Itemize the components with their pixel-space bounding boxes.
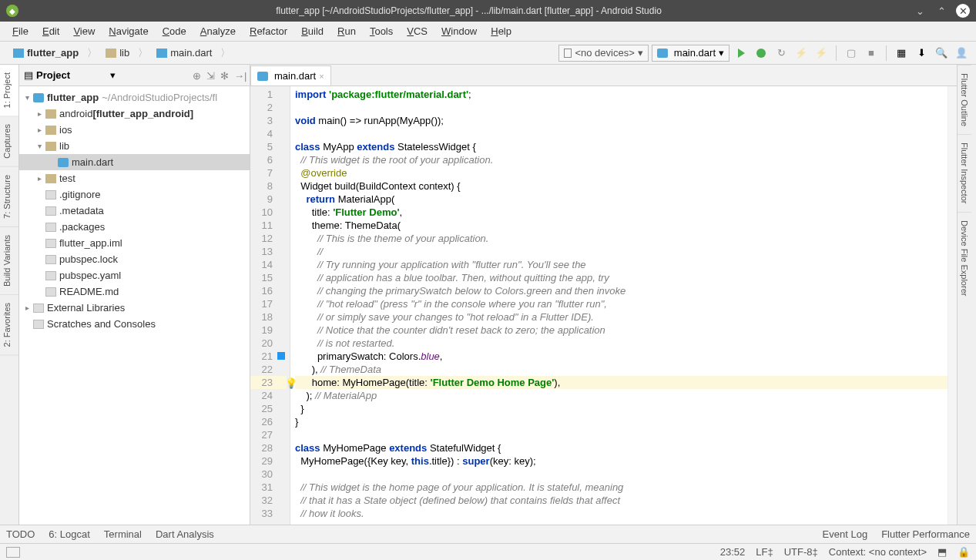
menu-vcs[interactable]: VCS bbox=[401, 24, 434, 39]
minimize-button[interactable]: ⌄ bbox=[913, 4, 927, 18]
menu-edit[interactable]: Edit bbox=[36, 24, 65, 39]
line-number[interactable]: 29 bbox=[250, 454, 287, 468]
code-line[interactable]: title: 'Flutter Demo', bbox=[295, 206, 947, 219]
left-rail-captures[interactable]: Captures bbox=[0, 116, 18, 167]
bottom-tool----logcat[interactable]: 6: Logcat bbox=[49, 528, 90, 540]
code-line[interactable]: Widget build(BuildContext context) { bbox=[295, 179, 947, 193]
line-number[interactable]: 12 bbox=[250, 232, 287, 245]
encoding[interactable]: UTF-8‡ bbox=[784, 546, 818, 558]
menu-window[interactable]: Window bbox=[435, 24, 483, 39]
bottom-tool-todo[interactable]: TODO bbox=[6, 528, 35, 540]
close-icon[interactable]: × bbox=[319, 72, 324, 81]
tree-row[interactable]: ▸ios bbox=[19, 122, 250, 138]
locate-icon[interactable]: ⊕ bbox=[193, 70, 203, 81]
code-line[interactable]: class MyHomePage extends StatefulWidget … bbox=[295, 441, 947, 454]
code-line[interactable]: // is not restarted. bbox=[295, 337, 947, 350]
line-number[interactable]: 23 💡 bbox=[250, 376, 287, 389]
menu-navigate[interactable]: Navigate bbox=[102, 24, 154, 39]
tree-row[interactable]: README.md bbox=[19, 283, 250, 300]
line-number[interactable]: 24 bbox=[250, 389, 287, 402]
code-line[interactable]: // that it has a State object (defined b… bbox=[295, 494, 947, 507]
line-number[interactable]: 6 bbox=[250, 153, 287, 166]
code-line[interactable]: // Try running your application with "fl… bbox=[295, 258, 947, 271]
line-number[interactable]: 19 bbox=[250, 324, 287, 337]
code-line[interactable]: class MyApp extends StatelessWidget { bbox=[295, 140, 947, 153]
code-line[interactable]: @override bbox=[295, 166, 947, 179]
gear-icon[interactable]: ✻ bbox=[220, 70, 231, 81]
line-number[interactable]: 2 bbox=[250, 101, 287, 114]
line-number[interactable]: 15 bbox=[250, 271, 287, 284]
bottom-tool-terminal[interactable]: Terminal bbox=[104, 528, 142, 540]
code-line[interactable]: theme: ThemeData( bbox=[295, 219, 947, 232]
lock-icon[interactable]: 🔒 bbox=[958, 546, 970, 558]
menu-analyze[interactable]: Analyze bbox=[194, 24, 242, 39]
menu-run[interactable]: Run bbox=[331, 24, 362, 39]
line-number[interactable]: 1 bbox=[250, 88, 287, 101]
line-number[interactable]: 20 bbox=[250, 337, 287, 350]
menu-file[interactable]: File bbox=[6, 24, 35, 39]
tree-row[interactable]: main.dart bbox=[19, 154, 250, 170]
line-number[interactable]: 8 bbox=[250, 179, 287, 193]
code-line[interactable] bbox=[295, 468, 947, 481]
device-dropdown[interactable]: <no devices> ▾ bbox=[558, 45, 648, 62]
caret-position[interactable]: 23:52 bbox=[720, 546, 746, 558]
code-line[interactable]: // "hot reload" (press "r" in the consol… bbox=[295, 297, 947, 310]
right-rail-flutter-outline[interactable]: Flutter Outline bbox=[958, 65, 971, 134]
tree-row[interactable]: ▾flutter_app~/AndroidStudioProjects/fl bbox=[19, 89, 250, 106]
line-number[interactable]: 21 bbox=[250, 350, 287, 363]
line-number[interactable]: 13 bbox=[250, 245, 287, 258]
code-line[interactable]: // bbox=[295, 245, 947, 258]
line-number[interactable]: 27 bbox=[250, 428, 287, 441]
menu-code[interactable]: Code bbox=[156, 24, 193, 39]
left-rail----favorites[interactable]: 2: Favorites bbox=[0, 295, 18, 355]
line-number[interactable]: 9 bbox=[250, 193, 287, 206]
maximize-button[interactable]: ⌃ bbox=[934, 4, 948, 18]
line-number[interactable]: 5 bbox=[250, 140, 287, 153]
line-number[interactable]: 26 bbox=[250, 415, 287, 428]
line-number[interactable]: 3 bbox=[250, 114, 287, 127]
code-line[interactable]: // This widget is the home page of your … bbox=[295, 481, 947, 494]
line-separator[interactable]: LF‡ bbox=[756, 546, 773, 558]
editor-tab-main[interactable]: main.dart × bbox=[250, 65, 331, 86]
code-line[interactable]: // Notice that the counter didn't reset … bbox=[295, 324, 947, 337]
lightbulb-icon[interactable]: 💡 bbox=[285, 377, 297, 390]
line-number[interactable]: 30 bbox=[250, 468, 287, 481]
tool-windows-icon[interactable] bbox=[6, 547, 20, 558]
code-line[interactable]: // how it looks. bbox=[295, 507, 947, 520]
context-selector[interactable]: Context: <no context> bbox=[829, 546, 927, 558]
line-number[interactable]: 31 bbox=[250, 481, 287, 494]
code-editor[interactable]: import 'package:flutter/material.dart';v… bbox=[290, 86, 947, 525]
right-rail-device-file-explorer[interactable]: Device File Explorer bbox=[958, 212, 971, 303]
code-line[interactable]: ), // ThemeData bbox=[295, 363, 947, 376]
line-number[interactable]: 28 bbox=[250, 441, 287, 454]
line-number[interactable]: 22 bbox=[250, 363, 287, 376]
tree-row[interactable]: pubspec.yaml bbox=[19, 267, 250, 283]
menu-help[interactable]: Help bbox=[485, 24, 518, 39]
line-number[interactable]: 25 bbox=[250, 402, 287, 415]
left-rail----structure[interactable]: 7: Structure bbox=[0, 167, 18, 227]
sdk-manager-button[interactable]: ⬇ bbox=[913, 45, 930, 62]
line-number[interactable]: 32 bbox=[250, 494, 287, 507]
tree-row[interactable]: ▸android [flutter_app_android] bbox=[19, 106, 250, 122]
line-number[interactable]: 11 bbox=[250, 219, 287, 232]
code-line[interactable] bbox=[295, 428, 947, 441]
line-number[interactable]: 17 bbox=[250, 297, 287, 310]
chevron-down-icon[interactable]: ▾ bbox=[110, 69, 116, 81]
code-line[interactable]: // changing the primarySwatch below to C… bbox=[295, 284, 947, 297]
code-line[interactable]: MyHomePage({Key key, this.title}) : supe… bbox=[295, 454, 947, 468]
menu-refactor[interactable]: Refactor bbox=[243, 24, 293, 39]
menu-tools[interactable]: Tools bbox=[364, 24, 399, 39]
editor-scrollbar[interactable] bbox=[947, 86, 957, 525]
line-number[interactable]: 4 bbox=[250, 127, 287, 140]
debug-button[interactable] bbox=[753, 45, 770, 62]
project-tree[interactable]: ▾flutter_app~/AndroidStudioProjects/fl▸a… bbox=[19, 86, 250, 525]
right-rail-flutter-inspector[interactable]: Flutter Inspector bbox=[958, 134, 971, 211]
tree-row[interactable]: .gitignore bbox=[19, 186, 250, 203]
code-line[interactable] bbox=[295, 101, 947, 114]
breadcrumb-item[interactable]: flutter_app bbox=[6, 45, 86, 61]
tree-row[interactable]: pubspec.lock bbox=[19, 251, 250, 267]
run-button[interactable] bbox=[733, 45, 750, 62]
line-number[interactable]: 16 bbox=[250, 284, 287, 297]
tree-row[interactable]: .metadata bbox=[19, 203, 250, 219]
bottom-tool-flutter-performance[interactable]: Flutter Performance bbox=[881, 528, 970, 540]
